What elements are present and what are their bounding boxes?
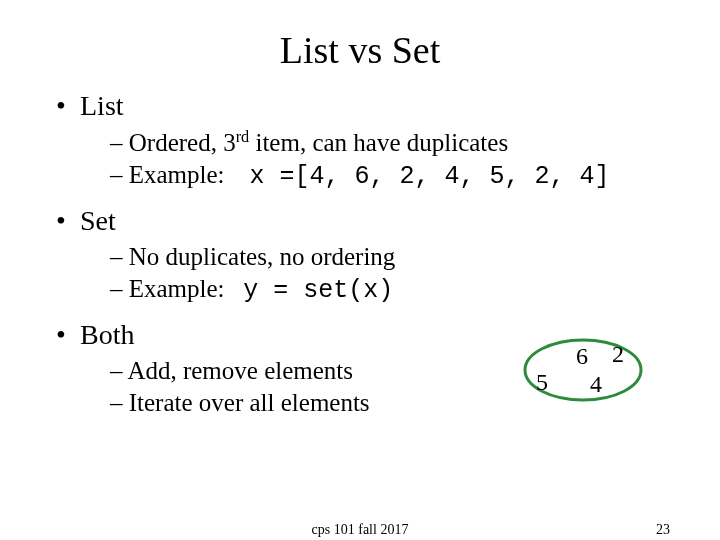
list-example-code: x =[4, 6, 2, 4, 5, 2, 4] <box>250 162 610 191</box>
list-example-label: Example: <box>129 161 250 188</box>
bullet-dot-icon: • <box>56 319 80 351</box>
slide: List vs Set •List – Ordered, 3rd item, c… <box>0 0 720 540</box>
footer-page-number: 23 <box>656 522 670 538</box>
set-sub-example: – Example: y = set(x) <box>110 275 670 305</box>
both-sub1-text: Add, remove elements <box>127 357 353 384</box>
set-value-6: 6 <box>576 343 588 370</box>
list-sub1-suffix: item, can have duplicates <box>249 129 508 156</box>
set-sub-noduplicates: – No duplicates, no ordering <box>110 243 670 271</box>
set-diagram: 6 2 5 4 <box>518 335 648 405</box>
bullet-dot-icon: • <box>56 90 80 122</box>
slide-title: List vs Set <box>50 28 670 72</box>
list-sub-example: – Example: x =[4, 6, 2, 4, 5, 2, 4] <box>110 161 670 191</box>
set-value-2: 2 <box>612 341 624 368</box>
both-sub2-text: Iterate over all elements <box>129 389 370 416</box>
bullet-set-label: Set <box>80 205 116 236</box>
list-sub-ordered: – Ordered, 3rd item, can have duplicates <box>110 128 670 157</box>
set-value-4: 4 <box>590 371 602 398</box>
bullet-dot-icon: • <box>56 205 80 237</box>
set-value-5: 5 <box>536 369 548 396</box>
list-sub1-sup: rd <box>236 128 250 146</box>
list-sub1-prefix: Ordered, 3 <box>129 129 236 156</box>
set-example-label: Example: <box>129 275 244 302</box>
set-sub1-text: No duplicates, no ordering <box>129 243 396 270</box>
bullet-list: •List <box>56 90 670 122</box>
set-example-code: y = set(x) <box>243 276 393 305</box>
bullet-both-label: Both <box>80 319 134 350</box>
footer-course: cps 101 fall 2017 <box>312 522 409 538</box>
bullet-list-label: List <box>80 90 124 121</box>
bullet-set: •Set <box>56 205 670 237</box>
